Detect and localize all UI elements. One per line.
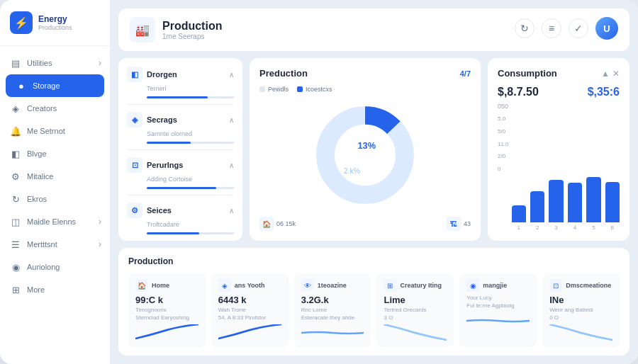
- page-subtitle: 1me Seeraps: [162, 33, 222, 40]
- sidebar-item-utilities[interactable]: ▤ Utilities: [0, 52, 110, 74]
- sidebar-item-ekros[interactable]: ↻ Ekros: [0, 188, 110, 210]
- expand-icon[interactable]: ▲: [601, 69, 610, 79]
- panel-card-bar-secrags: [147, 142, 234, 144]
- panel-card-chevron-secrags[interactable]: ∧: [229, 116, 234, 124]
- sidebar-item-mertttsnt[interactable]: ☰ Mertttsnt: [0, 233, 110, 256]
- panel-card-chevron-perurlngs[interactable]: ∧: [229, 161, 234, 169]
- consumption-values: $,8.7.50 $,35:6: [498, 86, 620, 98]
- bc-title-1teoazine: 1teoazine: [318, 282, 347, 289]
- panel-card-seices: ⚙ Seices ∧ Troftcadare: [127, 203, 234, 234]
- bc-sub2-creatury-iting: 3 O: [384, 314, 447, 322]
- bar-label-2: 2: [536, 224, 539, 231]
- consumption-value-main: $,8.7.50: [498, 86, 539, 98]
- sidebar-item-storage[interactable]: ● Storage: [6, 74, 104, 97]
- nav-label-auriolong: Auriolong: [27, 263, 60, 271]
- nav-icon-mertttsnt: ☰: [10, 239, 21, 250]
- nav-label-more: More: [27, 285, 45, 294]
- logo-title: Energy: [38, 14, 72, 24]
- bc-sub1-1teoazine: Rnc Lome: [301, 307, 364, 314]
- bc-sub2-1teoazine: Esteracate they ahde: [301, 314, 364, 322]
- panel-card-title-terneri: Drorgen: [147, 70, 177, 79]
- donut-chart: 13% 2 k%: [315, 106, 415, 205]
- bottom-cards: 🏠 Home 99:C k Timognoons Sternclad Earyo…: [128, 273, 620, 347]
- right-panel-title: Consumption: [498, 68, 557, 79]
- bottom-section-title: Production: [128, 256, 620, 266]
- nav-label-mitalice: Mitalice: [27, 172, 53, 181]
- bar-rect-6: [605, 182, 620, 223]
- sidebar-item-blvge[interactable]: ◧ Blvge: [0, 142, 110, 165]
- bc-sub1-mangjie: Your Lucy: [466, 295, 530, 302]
- bc-trend-dmscmeatione: [549, 324, 612, 341]
- panel-card-icon-seices: ⚙: [127, 203, 142, 218]
- bc-sub1-dmscmeatione: Wenr ang Battedi: [549, 307, 612, 314]
- bar-col-1: 1: [512, 205, 526, 231]
- sidebar-item-maidle-elenns[interactable]: ◫ Maidle Elenns: [0, 210, 110, 233]
- svg-text:13%: 13%: [357, 140, 376, 150]
- page-title: Production: [162, 20, 222, 33]
- bc-value-dmscmeatione: INe: [549, 295, 612, 305]
- panel-card-sub-terneri: Terneri: [127, 85, 234, 92]
- page-icon: 🏭: [130, 17, 155, 42]
- nav-icon-mitalice: ⚙: [10, 171, 21, 182]
- nav-icon-blvge: ◧: [10, 148, 21, 159]
- close-icon[interactable]: ✕: [612, 69, 620, 79]
- panel-card-chevron-seices[interactable]: ∧: [229, 207, 234, 215]
- check-icon[interactable]: ✓: [569, 18, 588, 38]
- bc-trend-ans-yooth: [218, 324, 281, 341]
- panel-card-bar-seices: [147, 232, 234, 234]
- donut-bottom-stats: 🏠 06 15k 🏗 43: [259, 217, 471, 231]
- panel-card-chevron-terneri[interactable]: ∧: [229, 71, 234, 79]
- bar-col-4: 4: [568, 183, 582, 231]
- right-panel-actions: ▲ ✕: [601, 69, 620, 79]
- bc-sub2-ans-yooth: 54, A 8:33 Pirufstor: [218, 314, 281, 322]
- main-content: 🏭 Production 1me Seeraps ↻ ≡ ✓ U ◧: [110, 0, 638, 364]
- stat-label-1: 06 15k: [276, 220, 296, 227]
- page-title-group: Production 1me Seeraps: [162, 20, 222, 40]
- nav-icon-storage: ●: [16, 80, 27, 91]
- logo-icon: ⚡: [10, 11, 33, 34]
- bc-sub2-mangjie: Ful te:me Agpbodg: [466, 302, 530, 309]
- nav-label-mertttsnt: Mertttsnt: [27, 240, 57, 249]
- sidebar-item-more[interactable]: ⊞ More: [0, 278, 110, 301]
- top-bar-left: 🏭 Production 1me Seeraps: [130, 17, 222, 42]
- panel-card-title-perurlngs: Perurlngs: [147, 161, 183, 169]
- panel-card-bar-terneri: [147, 96, 234, 98]
- donut-stat-2: 🏗 43: [447, 217, 471, 231]
- bar-col-2: 2: [530, 191, 544, 231]
- bar-label-4: 4: [573, 224, 576, 231]
- bc-sub2-dmscmeatione: 0 O: [549, 314, 612, 322]
- bar-label-6: 6: [611, 224, 614, 231]
- logo-subtitle: Productions: [38, 24, 72, 31]
- top-bar: 🏭 Production 1me Seeraps ↻ ≡ ✓ U: [118, 8, 629, 51]
- bar-col-5: 5: [586, 177, 600, 231]
- panel-card-icon-secrags: ◈: [127, 112, 142, 127]
- panel-card-perurlngs: ⊡ Perurlngs ∧ Adding Cortoise: [127, 157, 234, 195]
- bc-trend-home: [135, 324, 198, 341]
- sidebar-item-creators[interactable]: ◈ Creators: [0, 97, 110, 120]
- refresh-icon[interactable]: ↻: [515, 18, 535, 38]
- sidebar-item-auriolong[interactable]: ◉ Auriolong: [0, 256, 110, 278]
- nav-label-maidle-elenns: Maidle Elenns: [27, 217, 76, 226]
- bottom-card-ans-yooth: ◈ ans Yooth 6443 k Wah Trone 54, A 8:33 …: [211, 273, 289, 347]
- sidebar-logo: ⚡ Energy Productions: [0, 11, 110, 46]
- panel-card-sub-seices: Troftcadare: [127, 221, 234, 228]
- donut-stat-1: 🏠 06 15k: [259, 217, 296, 231]
- nav-label-ekros: Ekros: [27, 195, 47, 203]
- bc-icon-creatury-iting: ⊞: [384, 279, 396, 292]
- bc-icon-dmscmeatione: ⊡: [549, 279, 562, 292]
- bottom-card-creatury-iting: ⊞ Creatury Iting Lime Tertred Orecards 3…: [376, 273, 454, 347]
- list-icon[interactable]: ≡: [542, 18, 561, 38]
- nav-label-blvge: Blvge: [27, 149, 47, 158]
- bc-icon-ans-yooth: ◈: [218, 279, 231, 292]
- avatar[interactable]: U: [595, 17, 618, 40]
- sidebar-item-me-setrnot[interactable]: 🔔 Me Setrnot: [0, 120, 110, 142]
- bc-sub1-creatury-iting: Tertred Orecards: [384, 307, 447, 314]
- center-panel-title: Preduction: [259, 68, 308, 79]
- sidebar-item-mitalice[interactable]: ⚙ Mitalice: [0, 165, 110, 188]
- legend-dot-2: [297, 86, 303, 92]
- panel-card-icon-perurlngs: ⊡: [127, 157, 142, 173]
- bottom-card-mangjie: ◉ mangjie Your Lucy Ful te:me Agpbodg: [459, 273, 537, 347]
- legend-label-1: Pewdls: [268, 86, 289, 93]
- bc-value-creatury-iting: Lime: [384, 295, 447, 305]
- svg-text:2 k%: 2 k%: [344, 166, 360, 174]
